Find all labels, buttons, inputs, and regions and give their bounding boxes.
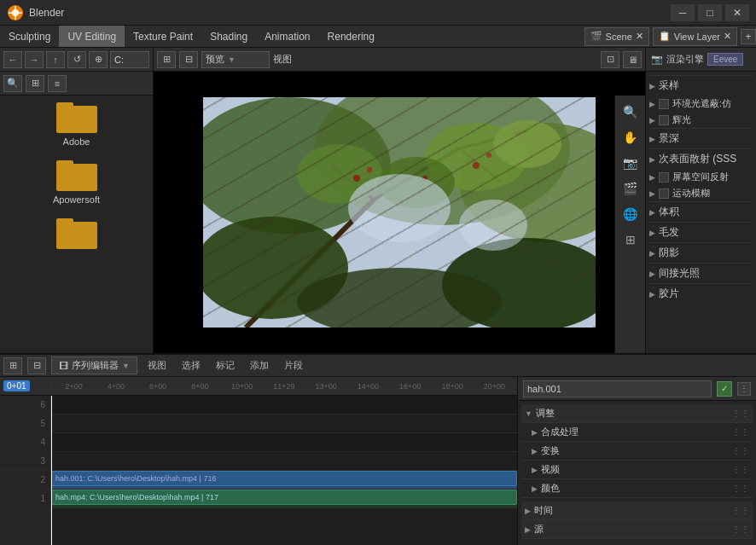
motion-blur-row[interactable]: ▶ 运动模糊	[649, 185, 753, 201]
motion-blur-checkbox[interactable]	[659, 188, 669, 199]
bloom-label: 辉光	[672, 113, 691, 126]
sampling-section[interactable]: ▶ 采样	[649, 75, 753, 96]
transform-header[interactable]: ▶ 变换 ⋮⋮	[521, 442, 753, 461]
menu-item-animation[interactable]: Animation	[256, 26, 318, 48]
menu-item-rendering[interactable]: Rendering	[319, 26, 383, 48]
shadow-section[interactable]: ▶ 阴影	[649, 242, 753, 263]
color-header[interactable]: ▶ 颜色 ⋮⋮	[521, 479, 753, 498]
composite-header[interactable]: ▶ 合成处理 ⋮⋮	[521, 423, 753, 442]
forward-button[interactable]: →	[25, 51, 44, 68]
layout-menu-button[interactable]: ⊞	[157, 51, 176, 68]
back-button[interactable]: ←	[3, 51, 22, 68]
transform-label: 变换	[541, 444, 560, 457]
minimize-button[interactable]: ─	[671, 4, 695, 21]
svg-point-19	[353, 175, 360, 182]
zoom-in-button[interactable]: 🔍	[619, 101, 643, 123]
render-display-button[interactable]: 🖥	[623, 51, 642, 68]
path-display[interactable]: C:	[110, 51, 149, 68]
list-item[interactable]: Adobe	[7, 102, 146, 147]
menu-item-sculpting[interactable]: Sculpting	[0, 26, 59, 48]
seq-layout-button[interactable]: ⊞	[3, 357, 22, 374]
bloom-checkbox[interactable]	[659, 115, 669, 125]
audio-strip[interactable]: hah.mp4: C:\Users\hero\Desktop\hah.mp4 |…	[51, 490, 517, 505]
video-header[interactable]: ▶ 视频 ⋮⋮	[521, 461, 753, 479]
track-number: 3	[0, 452, 50, 471]
view-layer-icon: 📋	[659, 31, 671, 42]
current-time-display: 0+01	[0, 377, 51, 395]
playhead[interactable]	[51, 396, 52, 545]
checkerboard-button[interactable]: ⊞	[619, 229, 643, 251]
strip-dots-button[interactable]: ⋮	[737, 382, 751, 396]
add-workspace-button[interactable]: +	[741, 29, 756, 44]
menu-item-texture-paint[interactable]: Texture Paint	[125, 26, 201, 48]
seq-menu-marker[interactable]: 标记	[211, 357, 240, 374]
scene-tab[interactable]: 🎬 Scene ✕	[584, 27, 649, 46]
indirect-section[interactable]: ▶ 间接光照	[649, 263, 753, 283]
bookmark-button[interactable]: ⊕	[89, 51, 108, 68]
list-item[interactable]	[7, 218, 146, 252]
ao-checkbox[interactable]	[659, 99, 669, 109]
time-header[interactable]: ▶ 时间 ⋮⋮	[521, 502, 753, 520]
scene-tab-close[interactable]: ✕	[636, 31, 643, 42]
chevron-down-icon: ▼	[122, 362, 130, 370]
seq-menu-select[interactable]: 选择	[177, 357, 206, 374]
dof-section[interactable]: ▶ 景深	[649, 128, 753, 148]
source-header[interactable]: ▶ 源 ⋮⋮	[521, 520, 753, 539]
menu-item-uv-editing[interactable]: UV Editing	[59, 26, 125, 48]
strip-check[interactable]: ✓	[717, 381, 732, 397]
volume-section[interactable]: ▶ 体积	[649, 201, 753, 222]
camera-button[interactable]: 📷	[619, 152, 643, 174]
side-icons: 🔍 ✋ 📷 🎬 🌐 ⊞	[614, 96, 645, 353]
ruler[interactable]: 2+00 4+00 6+00 8+00 10+00 11+29 13+00 14…	[51, 377, 517, 395]
tracks-grid[interactable]: hah.001: C:\Users\hero\Desktop\hah.mp4 |…	[51, 396, 517, 545]
pan-button[interactable]: ✋	[619, 126, 643, 148]
render-icon: 📷	[651, 54, 663, 65]
triangle-icon: ▶	[649, 135, 655, 143]
refresh-button[interactable]: ↺	[67, 51, 86, 68]
view-layer-tab-close[interactable]: ✕	[724, 31, 731, 42]
ssr-row[interactable]: ▶ 屏幕空间反射	[649, 169, 753, 185]
ao-label: 环境光遮蔽:仿	[672, 97, 731, 110]
center-panel: ⊞ ⊟ 预览 ▼ 视图 ⊡ 🖥	[154, 48, 645, 353]
menu-item-shading[interactable]: Shading	[201, 26, 256, 48]
upper-panels: ← → ↑ ↺ ⊕ C: 🔍 ⊞ ≡	[0, 48, 756, 353]
seq-menu-strip[interactable]: 片段	[279, 357, 308, 374]
preview-select[interactable]: 预览 ▼	[201, 51, 270, 68]
up-button[interactable]: ↑	[46, 51, 65, 68]
bloom-row[interactable]: ▶ 辉光	[649, 112, 753, 128]
zoom-fit-button[interactable]: ⊡	[601, 51, 619, 68]
main-content: ← → ↑ ↺ ⊕ C: 🔍 ⊞ ≡	[0, 48, 756, 545]
seq-icon: 🎞	[59, 361, 68, 371]
search-button[interactable]: 🔍	[3, 75, 22, 92]
ssr-checkbox[interactable]	[659, 172, 669, 183]
seq-menu-view[interactable]: 视图	[142, 357, 172, 374]
filter-button[interactable]: ≡	[48, 75, 67, 92]
render-engine-badge[interactable]: Eevee	[707, 53, 743, 66]
audio-strip-label: hah.mp4: C:\Users\hero\Desktop\hah.mp4 |…	[55, 493, 218, 502]
render-button[interactable]: 🎬	[619, 177, 643, 200]
globe-button[interactable]: 🌐	[619, 203, 643, 225]
file-label: Apowersoft	[53, 194, 100, 205]
shadow-label: 阴影	[659, 246, 679, 260]
title-bar: Blender ─ □ ✕	[0, 0, 756, 26]
close-button[interactable]: ✕	[725, 4, 749, 21]
seq-toggle-button[interactable]: ⊟	[27, 357, 46, 374]
triangle-icon: ▶	[525, 507, 531, 515]
film-section[interactable]: ▶ 胶片	[649, 283, 753, 304]
seq-menu-add[interactable]: 添加	[245, 357, 274, 374]
sss-section[interactable]: ▶ 次表面散射 (SSS	[649, 148, 753, 169]
track-number: 4	[0, 433, 50, 452]
strip-name-input[interactable]	[523, 380, 712, 397]
view-layer-tab[interactable]: 📋 View Layer ✕	[653, 27, 737, 46]
list-item[interactable]: Apowersoft	[7, 160, 146, 205]
view-options-button[interactable]: ⊟	[179, 51, 198, 68]
adjust-header[interactable]: ▼ 调整 ⋮⋮	[521, 404, 753, 423]
color-label: 颜色	[541, 482, 560, 495]
hair-section[interactable]: ▶ 毛发	[649, 222, 753, 242]
maximize-button[interactable]: □	[698, 4, 722, 21]
svg-point-21	[473, 162, 480, 169]
strip-header: ✓ ⋮	[518, 377, 756, 401]
video-strip[interactable]: hah.001: C:\Users\hero\Desktop\hah.mp4 |…	[51, 471, 517, 486]
ao-row[interactable]: ▶ 环境光遮蔽:仿	[649, 96, 753, 112]
grid-view-button[interactable]: ⊞	[26, 75, 44, 92]
